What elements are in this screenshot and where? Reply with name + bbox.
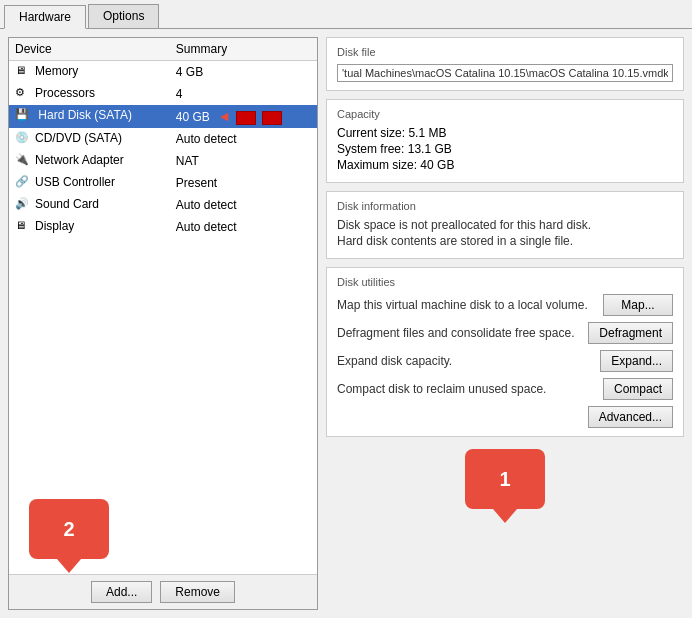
left-panel: Device Summary 🖥Memory 4 GB ⚙Processors bbox=[8, 37, 318, 610]
disk-info-line2: Hard disk contents are stored in a singl… bbox=[337, 234, 673, 248]
summary-cell: Auto detect bbox=[170, 194, 317, 216]
col-summary: Summary bbox=[170, 38, 317, 61]
max-size-label: Maximum size: bbox=[337, 158, 417, 172]
cpu-icon: ⚙ bbox=[15, 86, 31, 102]
summary-cell: 40 GB ◄ bbox=[170, 105, 317, 128]
disk-info-line1: Disk space is not preallocated for this … bbox=[337, 218, 673, 232]
defrag-label: Defragment files and consolidate free sp… bbox=[337, 326, 574, 340]
minus-button-1[interactable] bbox=[236, 111, 256, 125]
disk-info-title: Disk information bbox=[337, 200, 673, 212]
table-row[interactable]: ⚙Processors 4 bbox=[9, 83, 317, 105]
system-free-label: System free: bbox=[337, 142, 404, 156]
table-row[interactable]: 🔗USB Controller Present bbox=[9, 172, 317, 194]
content-area: Device Summary 🖥Memory 4 GB ⚙Processors bbox=[0, 29, 692, 618]
disk-info-section: Disk information Disk space is not preal… bbox=[326, 191, 684, 259]
disk-file-section: Disk file bbox=[326, 37, 684, 91]
usb-icon: 🔗 bbox=[15, 175, 31, 191]
capacity-title: Capacity bbox=[337, 108, 673, 120]
map-button[interactable]: Map... bbox=[603, 294, 673, 316]
memory-icon: 🖥 bbox=[15, 64, 31, 80]
device-cell: 🔗USB Controller bbox=[9, 172, 170, 194]
sound-icon: 🔊 bbox=[15, 197, 31, 213]
device-cell: ⚙Processors bbox=[9, 83, 170, 105]
vm-settings-window: Hardware Options Device Summary bbox=[0, 0, 692, 618]
device-cell: 💿CD/DVD (SATA) bbox=[9, 128, 170, 150]
tab-options[interactable]: Options bbox=[88, 4, 159, 28]
table-row[interactable]: 🖥Display Auto detect bbox=[9, 216, 317, 238]
bubble-1-label: 1 bbox=[499, 468, 510, 491]
disk-file-input[interactable] bbox=[337, 64, 673, 82]
table-row[interactable]: 🖥Memory 4 GB bbox=[9, 61, 317, 84]
current-size-label: Current size: bbox=[337, 126, 405, 140]
left-buttons: Add... Remove bbox=[9, 574, 317, 609]
compact-label: Compact disk to reclaim unused space. bbox=[337, 382, 546, 396]
compact-row: Compact disk to reclaim unused space. Co… bbox=[337, 378, 673, 400]
table-row[interactable]: 🔌Network Adapter NAT bbox=[9, 150, 317, 172]
disk-file-title: Disk file bbox=[337, 46, 673, 58]
annotation-bubble-1: 1 bbox=[465, 449, 545, 509]
expand-button[interactable]: Expand... bbox=[600, 350, 673, 372]
device-cell: 🖥Memory bbox=[9, 61, 170, 84]
map-row: Map this virtual machine disk to a local… bbox=[337, 294, 673, 316]
summary-cell: 4 GB bbox=[170, 61, 317, 84]
current-size-value: 5.1 MB bbox=[408, 126, 446, 140]
minus-button-2[interactable] bbox=[262, 111, 282, 125]
advanced-button[interactable]: Advanced... bbox=[588, 406, 673, 428]
system-free-value: 13.1 GB bbox=[408, 142, 452, 156]
table-row[interactable]: 💿CD/DVD (SATA) Auto detect bbox=[9, 128, 317, 150]
device-cell: 🔌Network Adapter bbox=[9, 150, 170, 172]
summary-cell: 4 bbox=[170, 83, 317, 105]
disk-utilities-title: Disk utilities bbox=[337, 276, 673, 288]
add-button[interactable]: Add... bbox=[91, 581, 152, 603]
hdd-icon: 💾 bbox=[15, 108, 31, 124]
device-cell: 🔊Sound Card bbox=[9, 194, 170, 216]
disk-utilities-section: Disk utilities Map this virtual machine … bbox=[326, 267, 684, 437]
advanced-row: Advanced... bbox=[337, 406, 673, 428]
remove-button[interactable]: Remove bbox=[160, 581, 235, 603]
defragment-button[interactable]: Defragment bbox=[588, 322, 673, 344]
device-cell: 💾 Hard Disk (SATA) bbox=[9, 105, 170, 128]
map-label: Map this virtual machine disk to a local… bbox=[337, 298, 588, 312]
arrow-indicator: ◄ bbox=[217, 108, 231, 124]
tab-bar: Hardware Options bbox=[0, 0, 692, 29]
max-size-value: 40 GB bbox=[420, 158, 454, 172]
capacity-section: Capacity Current size: 5.1 MB System fre… bbox=[326, 99, 684, 183]
display-icon: 🖥 bbox=[15, 219, 31, 235]
defrag-row: Defragment files and consolidate free sp… bbox=[337, 322, 673, 344]
panels-wrapper: Device Summary 🖥Memory 4 GB ⚙Processors bbox=[8, 37, 684, 610]
system-free-row: System free: 13.1 GB bbox=[337, 142, 673, 156]
right-panel: Disk file Capacity Current size: 5.1 MB … bbox=[326, 37, 684, 610]
disc-icon: 💿 bbox=[15, 131, 31, 147]
tab-hardware[interactable]: Hardware bbox=[4, 5, 86, 29]
summary-cell: NAT bbox=[170, 150, 317, 172]
compact-button[interactable]: Compact bbox=[603, 378, 673, 400]
table-row[interactable]: 🔊Sound Card Auto detect bbox=[9, 194, 317, 216]
device-cell: 🖥Display bbox=[9, 216, 170, 238]
table-row-hard-disk[interactable]: 💾 Hard Disk (SATA) 40 GB ◄ bbox=[9, 105, 317, 128]
max-size-row: Maximum size: 40 GB bbox=[337, 158, 673, 172]
summary-cell: Auto detect bbox=[170, 128, 317, 150]
expand-row: Expand disk capacity. Expand... bbox=[337, 350, 673, 372]
current-size-row: Current size: 5.1 MB bbox=[337, 126, 673, 140]
summary-cell: Auto detect bbox=[170, 216, 317, 238]
annotation-bubble-2: 2 bbox=[29, 499, 109, 559]
col-device: Device bbox=[9, 38, 170, 61]
expand-label: Expand disk capacity. bbox=[337, 354, 452, 368]
summary-cell: Present bbox=[170, 172, 317, 194]
device-table: Device Summary 🖥Memory 4 GB ⚙Processors bbox=[9, 38, 317, 574]
network-icon: 🔌 bbox=[15, 153, 31, 169]
bubble-2-label: 2 bbox=[63, 518, 74, 541]
